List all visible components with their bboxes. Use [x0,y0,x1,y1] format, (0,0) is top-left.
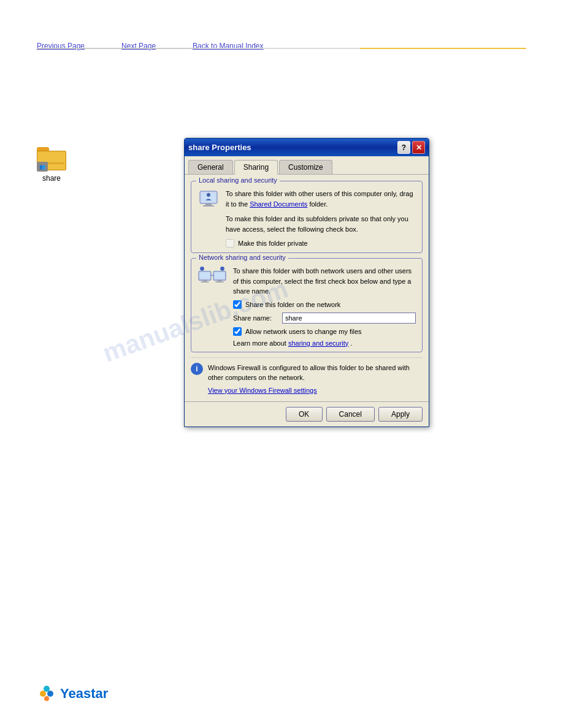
local-sharing-title: Local sharing and security [196,176,280,184]
svg-point-16 [40,691,46,697]
share-network-checkbox-row: Share this folder on the network [233,300,416,309]
close-button[interactable]: ✕ [412,141,425,154]
firewall-text-block: Windows Firewall is configured to allow … [208,363,423,396]
learn-more-suffix: . [350,339,352,347]
svg-point-4 [207,193,210,197]
properties-dialog: share Properties ? ✕ General Sharing Cus… [184,138,429,427]
local-sharing-section: Local sharing and security To share this… [191,181,423,253]
share-name-row: Share name: [233,313,416,324]
svg-point-17 [47,691,53,697]
allow-change-label: Allow network users to change my files [245,328,362,335]
apply-button[interactable]: Apply [378,407,423,422]
yeastar-y: Yeastar [60,686,108,701]
yeastar-logo: Yeastar [37,684,108,703]
folder-network-overlay: 👥 [37,162,48,172]
network-sharing-title: Network sharing and security [196,254,288,261]
allow-change-checkbox[interactable] [233,327,242,336]
local-text2: To make this folder and its subfolders p… [226,214,416,234]
dialog-titlebar: share Properties ? ✕ [185,138,429,156]
share-name-input[interactable] [282,313,416,324]
svg-rect-8 [201,281,209,282]
tab-general[interactable]: General [188,160,233,174]
firewall-section: i Windows Firewall is configured to allo… [191,357,423,396]
share-network-label: Share this folder on the network [245,301,340,308]
network-sharing-content: To share this folder with both network u… [197,266,416,347]
svg-rect-3 [203,205,214,207]
dialog-title: share Properties [188,143,251,152]
yeastar-icon [37,684,56,703]
allow-change-checkbox-row: Allow network users to change my files [233,327,416,336]
folder-icon: 👥 [37,147,66,172]
private-checkbox-row: Make this folder private [226,239,416,248]
shared-documents-link[interactable]: Shared Documents [250,200,307,208]
folder-area: 👥 share [37,147,66,183]
dialog-body: Local sharing and security To share this… [185,174,429,401]
dialog-tabs: General Sharing Customize [185,156,429,174]
tab-customize[interactable]: Customize [279,160,332,174]
yeastar-brand-name: Yeastar [60,686,108,702]
svg-rect-2 [205,203,212,205]
tab-sharing[interactable]: Sharing [234,160,278,175]
svg-point-13 [200,267,204,271]
sharing-security-link[interactable]: sharing and security [288,339,348,347]
svg-rect-6 [200,273,209,278]
local-computer-icon [197,189,220,211]
titlebar-buttons: ? ✕ [397,141,425,154]
info-icon: i [191,363,203,375]
svg-rect-10 [215,273,224,278]
network-sharing-text: To share this folder with both network u… [233,266,416,347]
network-sharing-section: Network sharing and security [191,258,423,352]
help-button[interactable]: ? [397,141,410,154]
make-private-checkbox[interactable] [226,239,234,248]
network-text1: To share this folder with both network u… [233,266,416,297]
local-text1b: folder. [309,200,327,208]
firewall-message: Windows Firewall is configured to allow … [208,363,423,383]
ok-button[interactable]: OK [286,407,323,422]
network-users-icon [197,266,227,293]
learn-more-row: Learn more about sharing and security . [233,339,416,347]
cancel-button[interactable]: Cancel [326,407,375,422]
local-sharing-text: To share this folder with other users of… [226,189,416,248]
local-sharing-content: To share this folder with other users of… [197,189,416,248]
svg-rect-7 [203,280,207,281]
svg-rect-12 [216,281,224,282]
svg-point-18 [44,686,50,692]
private-checkbox-label: Make this folder private [238,240,308,247]
firewall-settings-link[interactable]: View your Windows Firewall settings [208,387,317,394]
folder-label: share [42,174,61,183]
dialog-buttons: OK Cancel Apply [185,401,429,427]
learn-more-prefix: Learn more about [233,339,286,347]
share-name-label: Share name: [233,314,277,322]
top-divider [37,48,526,49]
share-network-checkbox[interactable] [233,300,242,309]
svg-point-14 [220,267,224,271]
svg-point-19 [44,696,49,701]
svg-rect-11 [218,280,222,281]
